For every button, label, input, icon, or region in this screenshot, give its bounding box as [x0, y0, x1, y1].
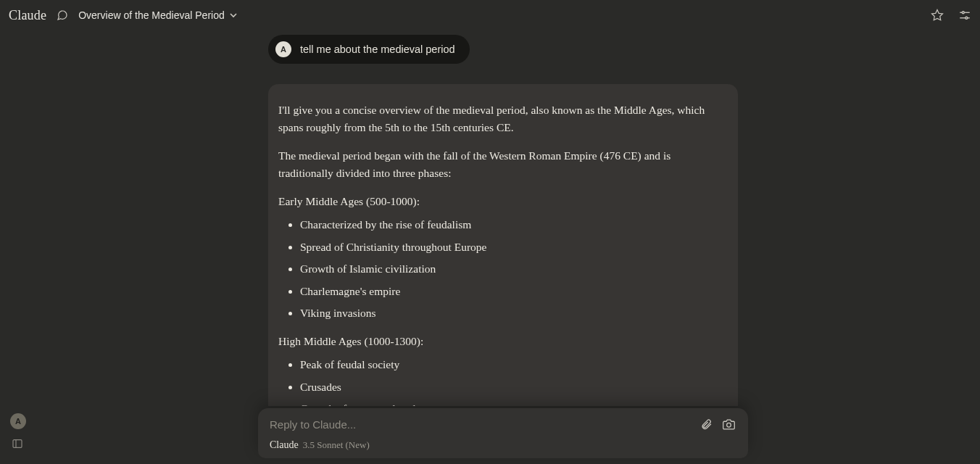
list-item: Peak of feudal society [300, 356, 718, 373]
list-item: Growth of Islamic civilization [300, 260, 718, 278]
account-avatar[interactable]: A [10, 413, 26, 429]
conversation-area: A tell me about the medieval period I'll… [268, 35, 738, 406]
svg-point-7 [727, 423, 731, 427]
camera-icon[interactable] [723, 418, 735, 431]
list-item: Growth of towns and trade [300, 400, 718, 406]
svg-marker-0 [932, 10, 943, 20]
assistant-section-heading: High Middle Ages (1000-1300): [278, 333, 718, 350]
chevron-down-icon [229, 11, 238, 20]
assistant-list: Characterized by the rise of feudalism S… [278, 216, 718, 322]
assistant-paragraph: The medieval period began with the fall … [278, 147, 718, 183]
assistant-message: I'll give you a concise overview of the … [268, 84, 738, 406]
user-message-text: tell me about the medieval period [300, 44, 455, 55]
user-message-bubble: A tell me about the medieval period [268, 35, 470, 64]
assistant-section-heading: Early Middle Ages (500-1000): [278, 193, 718, 210]
header-bar: Claude Overview of the Medieval Period [0, 0, 980, 30]
list-item: Characterized by the rise of feudalism [300, 216, 718, 233]
assistant-paragraph: I'll give you a concise overview of the … [278, 102, 718, 137]
list-item: Spread of Christianity throughout Europe [300, 239, 718, 256]
list-item: Crusades [300, 378, 718, 396]
star-icon[interactable] [931, 9, 944, 22]
svg-point-2 [962, 12, 964, 14]
list-item: Charlemagne's empire [300, 283, 718, 300]
reply-input[interactable] [270, 418, 700, 431]
settings-sliders-icon[interactable] [958, 9, 971, 22]
svg-rect-5 [13, 440, 22, 448]
svg-point-4 [966, 17, 968, 19]
attachment-icon[interactable] [700, 418, 713, 431]
model-name: 3.5 Sonnet (New) [303, 439, 370, 451]
conversation-title-dropdown[interactable]: Overview of the Medieval Period [78, 9, 238, 21]
model-selector[interactable]: Claude 3.5 Sonnet (New) [270, 439, 735, 451]
sidebar-toggle-icon[interactable] [12, 438, 23, 452]
assistant-list: Peak of feudal society Crusades Growth o… [278, 356, 718, 406]
composer: Claude 3.5 Sonnet (New) [258, 408, 748, 458]
chat-icon [57, 9, 68, 21]
model-brand: Claude [270, 439, 299, 451]
list-item: Viking invasions [300, 304, 718, 322]
brand-logo[interactable]: Claude [9, 8, 46, 23]
user-avatar: A [275, 41, 291, 57]
conversation-title: Overview of the Medieval Period [78, 9, 225, 21]
